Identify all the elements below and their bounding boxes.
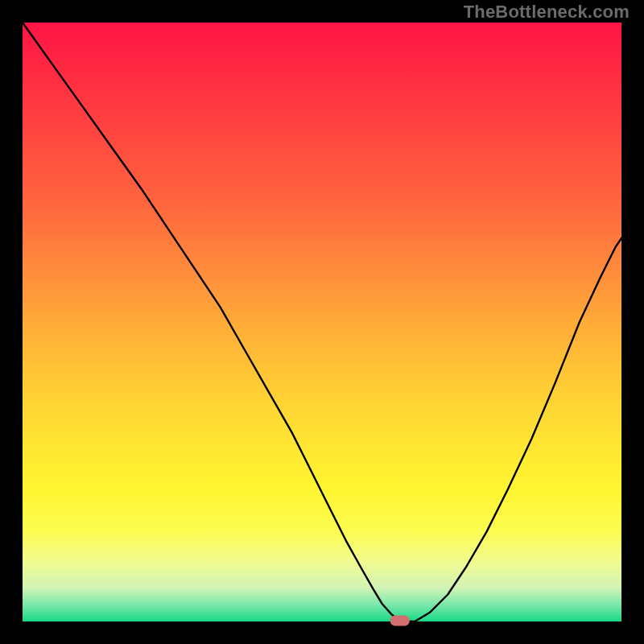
optimal-point-marker — [390, 616, 410, 626]
chart-background-gradient — [23, 23, 621, 621]
chart-svg — [0, 0, 644, 644]
bottleneck-chart: TheBottleneck.com — [0, 0, 644, 644]
watermark-text: TheBottleneck.com — [464, 2, 630, 23]
